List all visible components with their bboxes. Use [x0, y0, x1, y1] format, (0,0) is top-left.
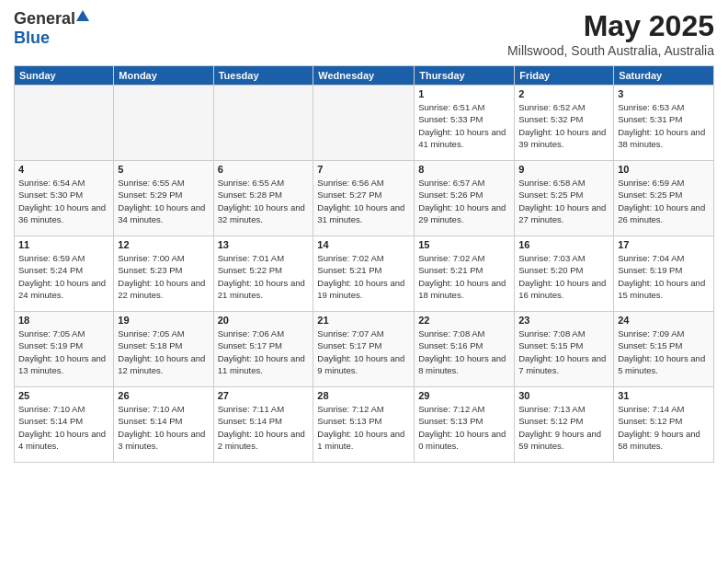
day-info: Sunrise: 7:08 AM Sunset: 5:16 PM Dayligh… [418, 327, 510, 376]
table-row: 14Sunrise: 7:02 AM Sunset: 5:21 PM Dayli… [313, 236, 415, 312]
day-number: 10 [618, 164, 710, 175]
day-info: Sunrise: 7:12 AM Sunset: 5:13 PM Dayligh… [418, 403, 510, 452]
table-row: 25Sunrise: 7:10 AM Sunset: 5:14 PM Dayli… [15, 387, 114, 463]
table-row [213, 86, 313, 161]
table-row: 30Sunrise: 7:13 AM Sunset: 5:12 PM Dayli… [515, 387, 614, 463]
day-info: Sunrise: 7:07 AM Sunset: 5:17 PM Dayligh… [317, 327, 410, 376]
day-info: Sunrise: 7:02 AM Sunset: 5:21 PM Dayligh… [418, 252, 510, 301]
day-info: Sunrise: 7:08 AM Sunset: 5:15 PM Dayligh… [518, 327, 609, 376]
day-info: Sunrise: 7:14 AM Sunset: 5:12 PM Dayligh… [618, 403, 710, 452]
day-number: 19 [118, 315, 209, 326]
day-info: Sunrise: 6:55 AM Sunset: 5:28 PM Dayligh… [218, 177, 310, 225]
day-info: Sunrise: 7:06 AM Sunset: 5:17 PM Dayligh… [218, 327, 310, 376]
day-info: Sunrise: 7:10 AM Sunset: 5:14 PM Dayligh… [18, 403, 109, 452]
table-row: 8Sunrise: 6:57 AM Sunset: 5:26 PM Daylig… [415, 161, 515, 236]
calendar-week-row: 1Sunrise: 6:51 AM Sunset: 5:33 PM Daylig… [15, 86, 714, 161]
day-info: Sunrise: 7:12 AM Sunset: 5:13 PM Dayligh… [317, 403, 410, 452]
calendar-header-row: Sunday Monday Tuesday Wednesday Thursday… [15, 66, 714, 86]
table-row: 15Sunrise: 7:02 AM Sunset: 5:21 PM Dayli… [415, 236, 515, 312]
calendar-table: Sunday Monday Tuesday Wednesday Thursday… [14, 65, 714, 463]
table-row: 28Sunrise: 7:12 AM Sunset: 5:13 PM Dayli… [313, 387, 415, 463]
table-row: 16Sunrise: 7:03 AM Sunset: 5:20 PM Dayli… [515, 236, 614, 312]
day-info: Sunrise: 6:55 AM Sunset: 5:29 PM Dayligh… [118, 177, 209, 225]
day-number: 25 [18, 390, 109, 401]
page-header: General Blue May 2025 Millswood, South A… [14, 9, 714, 58]
table-row [114, 86, 213, 161]
header-wednesday: Wednesday [313, 66, 415, 86]
day-info: Sunrise: 6:59 AM Sunset: 5:25 PM Dayligh… [618, 177, 710, 225]
day-number: 11 [18, 239, 109, 250]
day-info: Sunrise: 6:54 AM Sunset: 5:30 PM Dayligh… [18, 177, 109, 225]
day-number: 24 [618, 315, 710, 326]
header-friday: Friday [515, 66, 614, 86]
day-number: 23 [518, 315, 609, 326]
calendar-week-row: 18Sunrise: 7:05 AM Sunset: 5:19 PM Dayli… [15, 312, 714, 387]
day-number: 15 [418, 239, 510, 250]
table-row: 31Sunrise: 7:14 AM Sunset: 5:12 PM Dayli… [614, 387, 714, 463]
header-thursday: Thursday [415, 66, 515, 86]
header-monday: Monday [114, 66, 213, 86]
day-info: Sunrise: 7:00 AM Sunset: 5:23 PM Dayligh… [118, 252, 209, 301]
day-number: 17 [618, 239, 710, 250]
table-row: 5Sunrise: 6:55 AM Sunset: 5:29 PM Daylig… [114, 161, 213, 236]
day-info: Sunrise: 7:05 AM Sunset: 5:19 PM Dayligh… [18, 327, 109, 376]
table-row [15, 86, 114, 161]
day-info: Sunrise: 7:05 AM Sunset: 5:18 PM Dayligh… [118, 327, 209, 376]
day-info: Sunrise: 6:53 AM Sunset: 5:31 PM Dayligh… [618, 101, 710, 150]
table-row: 29Sunrise: 7:12 AM Sunset: 5:13 PM Dayli… [415, 387, 515, 463]
day-info: Sunrise: 7:04 AM Sunset: 5:19 PM Dayligh… [618, 252, 710, 301]
day-info: Sunrise: 6:51 AM Sunset: 5:33 PM Dayligh… [418, 101, 510, 150]
logo-arrow-icon [76, 10, 89, 21]
table-row: 20Sunrise: 7:06 AM Sunset: 5:17 PM Dayli… [213, 312, 313, 387]
table-row: 4Sunrise: 6:54 AM Sunset: 5:30 PM Daylig… [15, 161, 114, 236]
location-text: Millswood, South Australia, Australia [507, 43, 714, 58]
day-number: 18 [18, 315, 109, 326]
day-info: Sunrise: 6:56 AM Sunset: 5:27 PM Dayligh… [317, 177, 410, 225]
day-number: 29 [418, 390, 510, 401]
table-row: 1Sunrise: 6:51 AM Sunset: 5:33 PM Daylig… [415, 86, 515, 161]
day-number: 13 [218, 239, 310, 250]
logo: General Blue [14, 9, 90, 48]
table-row: 9Sunrise: 6:58 AM Sunset: 5:25 PM Daylig… [515, 161, 614, 236]
day-number: 2 [518, 88, 609, 99]
day-info: Sunrise: 7:10 AM Sunset: 5:14 PM Dayligh… [118, 403, 209, 452]
day-number: 3 [618, 88, 710, 99]
day-number: 20 [218, 315, 310, 326]
day-info: Sunrise: 7:03 AM Sunset: 5:20 PM Dayligh… [518, 252, 609, 301]
month-title: May 2025 [507, 9, 714, 43]
table-row: 3Sunrise: 6:53 AM Sunset: 5:31 PM Daylig… [614, 86, 714, 161]
table-row [313, 86, 415, 161]
calendar-page: General Blue May 2025 Millswood, South A… [0, 0, 728, 563]
day-info: Sunrise: 7:02 AM Sunset: 5:21 PM Dayligh… [317, 252, 410, 301]
logo-blue: Blue [14, 29, 50, 47]
day-number: 12 [118, 239, 209, 250]
table-row: 27Sunrise: 7:11 AM Sunset: 5:14 PM Dayli… [213, 387, 313, 463]
day-number: 21 [317, 315, 410, 326]
day-info: Sunrise: 6:58 AM Sunset: 5:25 PM Dayligh… [518, 177, 609, 225]
table-row: 6Sunrise: 6:55 AM Sunset: 5:28 PM Daylig… [213, 161, 313, 236]
day-info: Sunrise: 6:57 AM Sunset: 5:26 PM Dayligh… [418, 177, 510, 225]
table-row: 24Sunrise: 7:09 AM Sunset: 5:15 PM Dayli… [614, 312, 714, 387]
day-info: Sunrise: 7:01 AM Sunset: 5:22 PM Dayligh… [218, 252, 310, 301]
day-info: Sunrise: 7:13 AM Sunset: 5:12 PM Dayligh… [518, 403, 609, 452]
calendar-week-row: 11Sunrise: 6:59 AM Sunset: 5:24 PM Dayli… [15, 236, 714, 312]
calendar-week-row: 25Sunrise: 7:10 AM Sunset: 5:14 PM Dayli… [15, 387, 714, 463]
table-row: 23Sunrise: 7:08 AM Sunset: 5:15 PM Dayli… [515, 312, 614, 387]
day-info: Sunrise: 7:09 AM Sunset: 5:15 PM Dayligh… [618, 327, 710, 376]
day-number: 28 [317, 390, 410, 401]
day-number: 14 [317, 239, 410, 250]
header-tuesday: Tuesday [213, 66, 313, 86]
table-row: 12Sunrise: 7:00 AM Sunset: 5:23 PM Dayli… [114, 236, 213, 312]
table-row: 10Sunrise: 6:59 AM Sunset: 5:25 PM Dayli… [614, 161, 714, 236]
day-number: 5 [118, 164, 209, 175]
table-row: 7Sunrise: 6:56 AM Sunset: 5:27 PM Daylig… [313, 161, 415, 236]
table-row: 11Sunrise: 6:59 AM Sunset: 5:24 PM Dayli… [15, 236, 114, 312]
table-row: 22Sunrise: 7:08 AM Sunset: 5:16 PM Dayli… [415, 312, 515, 387]
table-row: 26Sunrise: 7:10 AM Sunset: 5:14 PM Dayli… [114, 387, 213, 463]
logo-text: General Blue [14, 9, 90, 48]
day-number: 8 [418, 164, 510, 175]
day-number: 4 [18, 164, 109, 175]
table-row: 17Sunrise: 7:04 AM Sunset: 5:19 PM Dayli… [614, 236, 714, 312]
day-number: 6 [218, 164, 310, 175]
day-number: 31 [618, 390, 710, 401]
